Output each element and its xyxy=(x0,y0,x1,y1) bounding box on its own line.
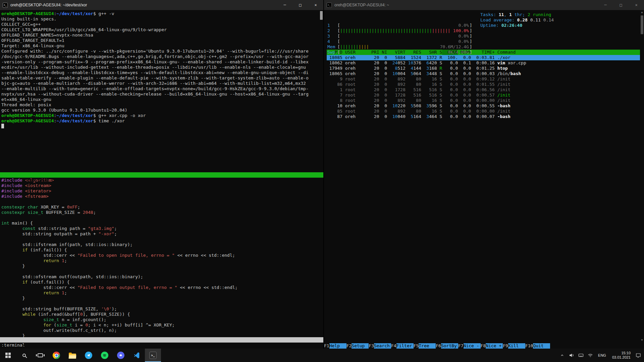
fkey-f1[interactable]: F1 xyxy=(324,343,329,349)
fkey-f9[interactable]: F9 xyxy=(503,343,508,349)
process-row[interactable]: 7root2001728516516S0.00.00:00.57/init xyxy=(327,93,640,98)
terminal-line: COLLECT_GCC=g++ xyxy=(1,22,319,27)
cell-res: 80 xyxy=(406,109,421,114)
taskbar-terminal-button[interactable]: >_ xyxy=(145,349,161,362)
process-row[interactable]: 8root2008928016S0.00.00:00.00/init xyxy=(327,98,640,103)
cell-res: 516 xyxy=(406,93,421,98)
process-row[interactable]: 18065oreh2001000450643448S0.00.00:00.03/… xyxy=(327,71,640,76)
taskbar-discord-button[interactable] xyxy=(113,349,129,362)
process-row[interactable]: 1root2001728516516S0.00.00:06.56/init xyxy=(327,87,640,93)
network-icon[interactable] xyxy=(587,349,593,362)
code-token: std::string buff(BUFFER_SIZE, xyxy=(1,306,101,311)
minimize-icon[interactable]: ─ xyxy=(277,0,292,10)
right-scrollbar[interactable]: ▲ ▼ xyxy=(640,10,644,349)
meter-pipes: |||| xyxy=(359,44,369,49)
action-center-icon[interactable] xyxy=(635,349,641,362)
right-titlebar[interactable]: >_ oreh@DESKTOP-AGESUI4: ~ ─ □ × xyxy=(324,0,644,10)
cell-shr: 516 xyxy=(421,87,437,93)
fkey-label-setup[interactable]: Setup xyxy=(352,343,369,349)
process-row[interactable]: 85root2008928016S0.00.00:00.00/init xyxy=(327,109,640,114)
fkey-label-tree[interactable]: Tree xyxy=(419,343,436,349)
prompt-user: oreh@DESKTOP-AGESUI4 xyxy=(1,118,54,123)
fkey-f6[interactable]: F6 xyxy=(436,343,441,349)
maximize-icon[interactable]: □ xyxy=(292,0,308,10)
taskbar-telegram-button[interactable] xyxy=(80,349,97,362)
fkey-label-quit[interactable]: Quit xyxy=(533,343,550,349)
left-titlebar[interactable]: >_ oreh@DESKTOP-AGESUI4: ~/dev/test/xor … xyxy=(0,0,323,10)
cell-shr: 3596 xyxy=(421,103,437,109)
meter-bracket: ] xyxy=(470,23,472,28)
code-line xyxy=(1,215,323,221)
code-line xyxy=(1,199,323,204)
mem-thousands: 10 xyxy=(392,103,398,108)
windows-logo-icon xyxy=(5,353,11,358)
text xyxy=(1,237,4,242)
fkey-label-sortby[interactable]: SortBy xyxy=(441,343,458,349)
process-row[interactable]: 10oreh2001022055083596S0.00.00:00.55-bas… xyxy=(327,103,640,109)
clock[interactable]: 15:10 03.01.2021 xyxy=(611,351,632,360)
code-token: const xyxy=(22,226,36,231)
fkey-label-search[interactable]: Search xyxy=(374,343,391,349)
code-token: 0xFF xyxy=(67,204,77,209)
fkey-f5[interactable]: F5 xyxy=(414,343,419,349)
spotify-icon xyxy=(101,352,108,359)
prompt-command: $ g++ -v xyxy=(93,11,114,16)
cell-command: /init xyxy=(495,93,640,98)
close-icon[interactable]: × xyxy=(308,0,323,10)
terminal-output: OFFLOAD_TARGET_NAMES=nvptx-none:hsa xyxy=(1,33,93,38)
fkey-f10[interactable]: F10 xyxy=(525,343,533,349)
scroll-down-icon[interactable]: ▼ xyxy=(640,339,644,342)
language-indicator[interactable]: ENG xyxy=(597,353,607,357)
process-row[interactable]: 87oreh2001004051643464S0.00.00:00.07-bas… xyxy=(327,114,640,119)
tray-chevron-up-icon[interactable] xyxy=(559,349,565,362)
code-token: ; xyxy=(114,231,117,236)
process-row[interactable]: 9root2008928016S0.00.00:09.12/init xyxy=(327,76,640,82)
search-button[interactable] xyxy=(16,349,32,362)
fkey-label-filter[interactable]: Filter xyxy=(396,343,414,349)
text: thr; xyxy=(512,12,528,17)
code-token: 1 xyxy=(62,258,64,263)
scrollbar-thumb[interactable] xyxy=(641,15,643,34)
cell-command: -bash xyxy=(495,103,640,109)
process-row[interactable]: 86root2008928016S0.00.00:01.55/init xyxy=(327,82,640,87)
volume-icon[interactable] xyxy=(569,349,575,362)
meter-label: Swp xyxy=(327,50,337,55)
fkey-f4[interactable]: F4 xyxy=(391,343,396,349)
taskbar-spotify-button[interactable] xyxy=(97,349,113,362)
vim-code-buffer[interactable]: #include <algorithm>#include <iostream>#… xyxy=(0,178,323,337)
fkey-label-nice-[interactable]: Nice - xyxy=(464,343,481,349)
fkey-label-kill[interactable]: Kill xyxy=(508,343,525,349)
scroll-up-icon[interactable]: ▲ xyxy=(640,11,644,14)
cell-mem: 0.0 xyxy=(458,82,471,87)
fkey-f2[interactable]: F2 xyxy=(346,343,352,349)
code-line: std::cerr << "Failed to open input file,… xyxy=(1,253,323,258)
code-token: ); xyxy=(112,306,117,311)
left-scrollbar[interactable] xyxy=(319,10,323,349)
mem-rest: 004 xyxy=(397,71,405,76)
fkey-f8[interactable]: F8 xyxy=(481,343,486,349)
minimize-icon[interactable]: ─ xyxy=(598,0,613,10)
taskbar-vscode-button[interactable] xyxy=(129,349,145,362)
taskbar-file-explorer-button[interactable] xyxy=(64,349,80,362)
fkey-f3[interactable]: F3 xyxy=(369,343,374,349)
code-token: ; i < n; ++i) buff[i] ^= XOR_KEY; xyxy=(88,322,174,327)
terminal-icon: >_ xyxy=(149,352,157,359)
fkey-label-help[interactable]: Help xyxy=(329,343,346,349)
fkey-label-nice+[interactable]: Nice + xyxy=(486,343,503,349)
fkey-f7[interactable]: F7 xyxy=(458,343,464,349)
close-icon[interactable]: × xyxy=(629,0,644,10)
scrollbar-thumb[interactable] xyxy=(320,11,323,20)
task-view-button[interactable] xyxy=(32,349,48,362)
cell-ni: 0 xyxy=(379,87,387,93)
maximize-icon[interactable]: □ xyxy=(613,0,629,10)
code-token: constexpr char xyxy=(1,204,38,209)
cell-cpu: 0.0 xyxy=(442,98,458,103)
taskbar-chrome-button[interactable] xyxy=(48,349,64,362)
cell-time: 0:00.00 xyxy=(471,109,494,114)
start-button[interactable] xyxy=(0,349,16,362)
terminal-line: et=x86_64-linux-gnu xyxy=(1,97,319,102)
touch-keyboard-icon[interactable] xyxy=(578,349,584,362)
shell-output[interactable]: oreh@DESKTOP-AGESUI4:~/dev/test/xor$ g++… xyxy=(0,10,323,172)
terminal-line: --enable-multilib --with-tune=generic --… xyxy=(1,86,319,92)
meter-bar: 0.0% xyxy=(340,34,470,39)
